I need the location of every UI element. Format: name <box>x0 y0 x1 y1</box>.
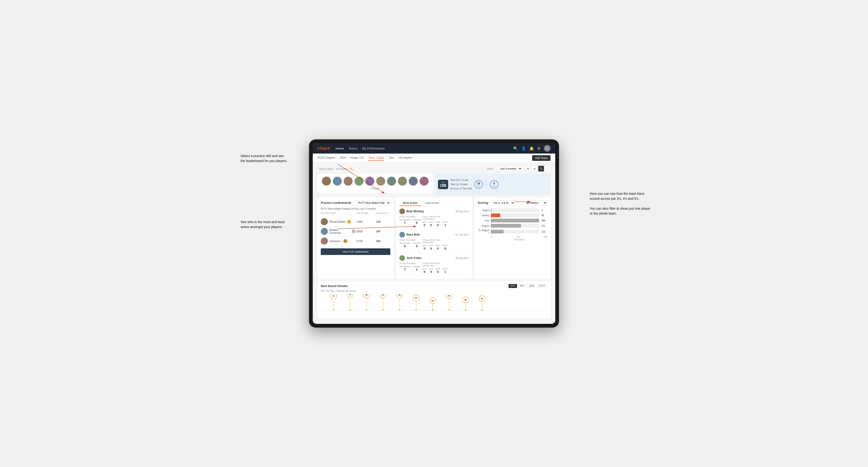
lb-name-2: Edward Crossman <box>329 228 350 234</box>
streak-dot <box>333 309 334 311</box>
streak-bubble: 3x <box>462 297 469 303</box>
player-avatar-8[interactable] <box>398 177 407 186</box>
add-team-button[interactable]: Add Team <box>532 155 551 161</box>
streaks-chart: 7x 6x 6x 5x 5x 4x 4x 4x 3x 3x <box>321 294 547 315</box>
person-icon[interactable]: 👤 <box>521 146 526 151</box>
streak-bubble: 6x <box>347 294 353 298</box>
bar-fill <box>491 214 500 217</box>
view-sort[interactable]: ↕ <box>545 166 551 172</box>
lb-badge-1: 1 <box>347 220 351 224</box>
nav-link-teams[interactable]: Teams <box>349 146 358 151</box>
streak-filter-arg[interactable]: ARG <box>527 284 536 288</box>
tab-most-active[interactable]: Most Active <box>399 200 421 206</box>
main-content: Team Clippd 14 Players ✏️ Show: Last 3 m… <box>313 162 555 324</box>
settings-icon[interactable]: ⚙ <box>537 146 540 151</box>
pa-header-2: Rees Britt 02 Sep 2023 <box>399 232 469 238</box>
nav-link-home[interactable]: Home <box>336 146 344 151</box>
pa-stats-1: Total Rounds Tournament 7 Practice <box>399 216 469 227</box>
streak-bubble: 4x <box>413 294 420 301</box>
streak-filter-ott[interactable]: OTT <box>508 284 517 288</box>
bar-row-pars: Pars 499 <box>478 219 547 222</box>
streaks-title: Best Round Streaks <box>321 284 348 288</box>
player-avatar-9[interactable] <box>409 177 418 186</box>
bar-label: Birdies <box>478 214 489 217</box>
tab-least-active[interactable]: Least Active <box>421 200 443 206</box>
navbar-links: Home Teams My Performance <box>336 146 507 151</box>
player-avatar-5[interactable] <box>365 177 374 186</box>
player-avatar-4[interactable] <box>354 177 364 186</box>
subnav-tour[interactable]: Tour <box>389 155 394 161</box>
streak-point-7: 4x <box>446 294 453 311</box>
bar-row-eagles: Eagles 3 <box>478 208 547 212</box>
player-avatar-6[interactable] <box>376 177 385 186</box>
subnav-pgat[interactable]: PGAT Players <box>317 155 335 161</box>
page-wrapper: Select a practice drill and see the lead… <box>292 139 576 328</box>
bar-track <box>491 208 539 212</box>
nav-link-performance[interactable]: My Performance <box>362 146 385 151</box>
pa-practice-activities-1: Total Practice Activities OTT0 APP0 ARG0… <box>423 216 448 227</box>
streak-dot <box>382 309 384 311</box>
streak-line <box>416 301 416 309</box>
show-period-select[interactable]: Last 3 months Last 6 months Last year <box>497 166 522 171</box>
shot-circle-1: 16 yds <box>474 180 483 189</box>
shot-card: sc 198 Shot Dist: 14 yds Start Lie: Roug… <box>435 174 551 195</box>
streak-bubble: 4x <box>446 294 453 299</box>
subnav-pga[interactable]: PGA <box>340 155 346 161</box>
streak-dot <box>366 309 367 311</box>
streak-line <box>383 298 383 309</box>
bar-fill <box>491 230 503 234</box>
streak-bubble: 6x <box>363 294 370 298</box>
players-label: Players <box>371 187 379 190</box>
player-avatar-2[interactable] <box>333 177 342 186</box>
pa-stats-3: Total Rounds Tournament7 Practice2 Total… <box>399 262 469 274</box>
streak-bubble: 5x <box>396 294 403 298</box>
view-grid-small[interactable]: ⊞ <box>525 166 531 172</box>
pa-date-3: 26 Aug 2023 <box>456 257 469 259</box>
pa-avatar-3 <box>399 255 405 261</box>
view-list[interactable]: ☰ <box>538 166 544 172</box>
lb-player-1: Richard Butler 1 <box>321 218 355 225</box>
streak-dot <box>399 309 400 311</box>
subnav-hcaps[interactable]: Hcaps 1-5 <box>350 155 364 161</box>
user-avatar[interactable]: U <box>544 145 551 152</box>
bar-row-birdies: Birdies 96 <box>478 214 547 217</box>
scoring-par-filter[interactable]: Par 3, 4 & 5s Par 3s Par 4s Par 5s <box>491 200 515 206</box>
streak-dot <box>482 309 483 311</box>
lb-player-2: Edward Crossman 2 <box>321 228 355 235</box>
subnav-team-clippd[interactable]: Team Clippd <box>368 155 384 161</box>
lb-avg-2: 107 <box>376 230 390 233</box>
lb-avatar-3 <box>321 238 328 245</box>
streak-point-2: 6x <box>363 294 370 311</box>
player-avatar-1[interactable] <box>322 177 331 186</box>
tablet-shell: clippd Home Teams My Performance 🔍 👤 🔔 ⚙… <box>309 139 559 328</box>
practice-drill-select[interactable]: PUTT Must Make Putting... OTT Fairway Ac… <box>355 200 390 206</box>
lb-avatar-2 <box>321 228 328 235</box>
streak-filter-putt[interactable]: PUTT <box>537 284 547 288</box>
practice-leaderboards-title: Practice Leaderboards <box>321 201 351 205</box>
bar-value: 96 <box>541 214 547 217</box>
streak-point-5: 4x <box>413 294 420 311</box>
player-avatar-7[interactable] <box>387 177 396 186</box>
player-avatar-3[interactable] <box>344 177 352 186</box>
list-item: Rees Britt 02 Sep 2023 Total Rounds Tour… <box>399 232 469 253</box>
team-title: Team Clippd 14 Players ✏️ <box>317 167 353 170</box>
bar-label: D. Bogeys + <box>478 229 489 234</box>
activity-card: Most Active Least Active Blair McHarg 26… <box>396 197 472 279</box>
shot-arrow-icon: → <box>485 183 488 186</box>
practice-subtitle: PUTT Must Make Putting (3-6 ft), Last 3 … <box>321 207 390 210</box>
scoring-player-filter[interactable]: All Players Blair McHarg Rees Britt <box>523 200 547 206</box>
player-avatar-10[interactable] <box>420 177 429 186</box>
bell-icon[interactable]: 🔔 <box>529 146 534 151</box>
pa-header-3: Josh Coles 26 Aug 2023 <box>399 255 469 261</box>
lb-score-3: 17/20 <box>356 240 375 243</box>
three-columns: Practice Leaderboards PUTT Must Make Put… <box>317 197 551 279</box>
streaks-header: Best Round Streaks OTT APP ARG PUTT <box>321 284 547 288</box>
subnav-all-players[interactable]: All Players <box>399 155 412 161</box>
view-full-leaderboard-button[interactable]: View Full Leaderboard <box>321 248 390 255</box>
view-grid-large[interactable]: ⊟ <box>532 166 537 172</box>
streaks-card: Best Round Streaks OTT APP ARG PUTT Off … <box>317 281 551 318</box>
bar-track <box>491 224 539 228</box>
bar-track <box>491 219 539 222</box>
search-icon[interactable]: 🔍 <box>513 146 518 151</box>
streak-filter-app[interactable]: APP <box>518 284 526 288</box>
